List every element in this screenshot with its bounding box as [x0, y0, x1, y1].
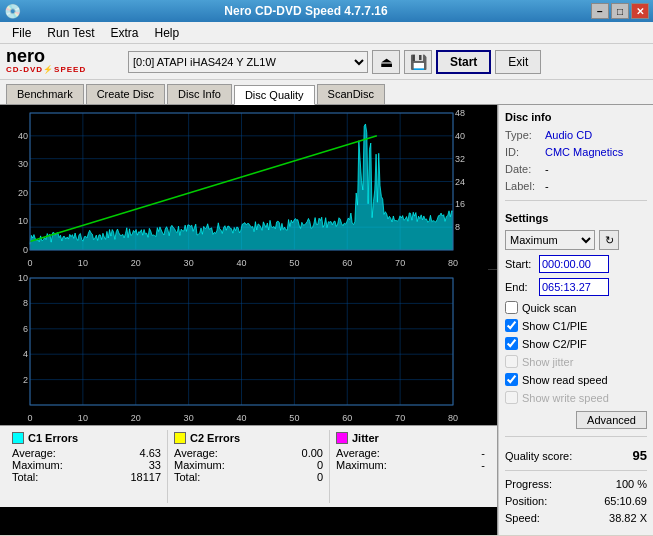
- c2-total-label: Total:: [174, 471, 200, 483]
- legend-c2: C2 Errors Average: 0.00 Maximum: 0 Total…: [168, 430, 330, 503]
- id-value: CMC Magnetics: [545, 146, 623, 158]
- tab-disc-info[interactable]: Disc Info: [167, 84, 232, 104]
- menu-file[interactable]: File: [4, 24, 39, 42]
- minimize-button[interactable]: −: [591, 3, 609, 19]
- label-label: Label:: [505, 180, 541, 192]
- settings-title: Settings: [505, 212, 647, 224]
- c1-maximum-value: 33: [149, 459, 161, 471]
- quick-scan-label: Quick scan: [522, 302, 576, 314]
- legend-jitter-header: Jitter: [336, 432, 485, 444]
- c1-color-box: [12, 432, 24, 444]
- titlebar-icon: 💿: [4, 3, 21, 19]
- menu-run-test[interactable]: Run Test: [39, 24, 102, 42]
- save-button[interactable]: 💾: [404, 50, 432, 74]
- show-read-speed-checkbox[interactable]: [505, 373, 518, 386]
- tab-scan-disc[interactable]: ScanDisc: [317, 84, 385, 104]
- speed-stat-value: 38.82 X: [609, 512, 647, 524]
- legend: C1 Errors Average: 4.63 Maximum: 33 Tota…: [0, 425, 497, 507]
- c1-label: C1 Errors: [28, 432, 78, 444]
- c1-total-label: Total:: [12, 471, 38, 483]
- legend-c1: C1 Errors Average: 4.63 Maximum: 33 Tota…: [6, 430, 168, 503]
- position-value: 65:10.69: [604, 495, 647, 507]
- c2-average-label: Average:: [174, 447, 218, 459]
- c1-total-value: 18117: [130, 471, 161, 483]
- quality-score-label: Quality score:: [505, 450, 572, 462]
- legend-c1-header: C1 Errors: [12, 432, 161, 444]
- c1-total-row: Total: 18117: [12, 471, 161, 483]
- menubar: File Run Test Extra Help: [0, 22, 653, 44]
- c2-maximum-label: Maximum:: [174, 459, 225, 471]
- type-row: Type: Audio CD: [505, 129, 647, 141]
- c2-color-box: [174, 432, 186, 444]
- chart-area: C1 Errors Average: 4.63 Maximum: 33 Tota…: [0, 105, 498, 535]
- c2-average-row: Average: 0.00: [174, 447, 323, 459]
- right-panel: Disc info Type: Audio CD ID: CMC Magneti…: [498, 105, 653, 535]
- date-value: -: [545, 163, 549, 175]
- advanced-button[interactable]: Advanced: [576, 411, 647, 429]
- position-label: Position:: [505, 495, 547, 507]
- exit-button[interactable]: Exit: [495, 50, 541, 74]
- show-read-speed-row: Show read speed: [505, 373, 647, 386]
- speed-stat-row: Speed: 38.82 X: [505, 512, 647, 524]
- c2-average-value: 0.00: [302, 447, 323, 459]
- jitter-label: Jitter: [352, 432, 379, 444]
- start-label: Start:: [505, 258, 535, 270]
- show-c2-row: Show C2/PIF: [505, 337, 647, 350]
- tab-benchmark[interactable]: Benchmark: [6, 84, 84, 104]
- progress-row: Progress: 100 %: [505, 478, 647, 490]
- show-jitter-row: Show jitter: [505, 355, 647, 368]
- show-jitter-label: Show jitter: [522, 356, 573, 368]
- id-row: ID: CMC Magnetics: [505, 146, 647, 158]
- label-value: -: [545, 180, 549, 192]
- c1-average-label: Average:: [12, 447, 56, 459]
- menu-extra[interactable]: Extra: [102, 24, 146, 42]
- quality-score-row: Quality score: 95: [505, 448, 647, 463]
- c1-average-row: Average: 4.63: [12, 447, 161, 459]
- drive-select[interactable]: [0:0] ATAPI iHAS424 Y ZL1W: [128, 51, 368, 73]
- show-read-speed-label: Show read speed: [522, 374, 608, 386]
- disc-info-title: Disc info: [505, 111, 647, 123]
- speed-select[interactable]: Maximum: [505, 230, 595, 250]
- id-label: ID:: [505, 146, 541, 158]
- type-label: Type:: [505, 129, 541, 141]
- show-c1-label: Show C1/PIE: [522, 320, 587, 332]
- toolbar: nero CD-DVD⚡SPEED [0:0] ATAPI iHAS424 Y …: [0, 44, 653, 80]
- c2-maximum-value: 0: [317, 459, 323, 471]
- tab-create-disc[interactable]: Create Disc: [86, 84, 165, 104]
- show-write-speed-checkbox[interactable]: [505, 391, 518, 404]
- c1-maximum-row: Maximum: 33: [12, 459, 161, 471]
- refresh-button[interactable]: ↻: [599, 230, 619, 250]
- c2-maximum-row: Maximum: 0: [174, 459, 323, 471]
- close-button[interactable]: ✕: [631, 3, 649, 19]
- show-c1-row: Show C1/PIE: [505, 319, 647, 332]
- titlebar-title: Nero CD-DVD Speed 4.7.7.16: [21, 4, 591, 18]
- jitter-average-label: Average:: [336, 447, 380, 459]
- divider-3: [505, 470, 647, 471]
- start-button[interactable]: Start: [436, 50, 491, 74]
- legend-c2-header: C2 Errors: [174, 432, 323, 444]
- start-input[interactable]: [539, 255, 609, 273]
- quality-score-value: 95: [633, 448, 647, 463]
- main-content: C1 Errors Average: 4.63 Maximum: 33 Tota…: [0, 105, 653, 535]
- quick-scan-row: Quick scan: [505, 301, 647, 314]
- tab-disc-quality[interactable]: Disc Quality: [234, 85, 315, 105]
- date-row: Date: -: [505, 163, 647, 175]
- show-c1-checkbox[interactable]: [505, 319, 518, 332]
- cd-dvd-speed-text: CD-DVD⚡SPEED: [6, 65, 116, 74]
- menu-help[interactable]: Help: [147, 24, 188, 42]
- speed-stat-label: Speed:: [505, 512, 540, 524]
- maximize-button[interactable]: □: [611, 3, 629, 19]
- c2-total-value: 0: [317, 471, 323, 483]
- divider-1: [505, 200, 647, 201]
- end-input[interactable]: [539, 278, 609, 296]
- show-jitter-checkbox[interactable]: [505, 355, 518, 368]
- jitter-maximum-value: -: [481, 459, 485, 471]
- quick-scan-checkbox[interactable]: [505, 301, 518, 314]
- c1-maximum-label: Maximum:: [12, 459, 63, 471]
- c2-label: C2 Errors: [190, 432, 240, 444]
- end-row: End:: [505, 278, 647, 296]
- show-c2-checkbox[interactable]: [505, 337, 518, 350]
- eject-button[interactable]: ⏏: [372, 50, 400, 74]
- type-value: Audio CD: [545, 129, 592, 141]
- legend-jitter: Jitter Average: - Maximum: -: [330, 430, 491, 503]
